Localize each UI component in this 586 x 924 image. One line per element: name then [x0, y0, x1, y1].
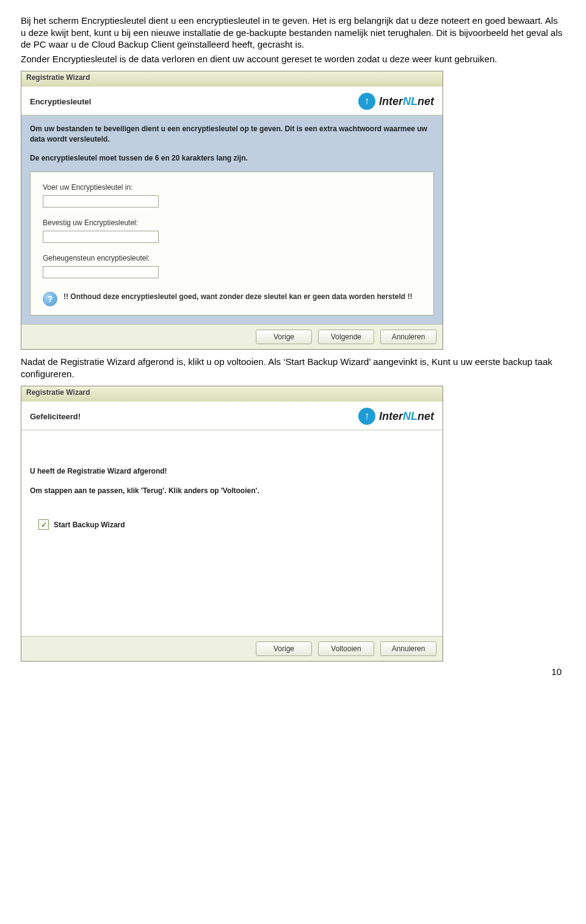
wizard-header-title: Encryptiesleutel	[30, 97, 91, 106]
next-button[interactable]: Volgende	[318, 330, 374, 344]
label-enter-key: Voer uw Encryptiesleutel in:	[43, 183, 421, 192]
brand-logo-icon: ↑	[358, 408, 375, 425]
logo-part-nl: NL	[403, 410, 418, 422]
doc-paragraph-3: Nadat de Registratie Wizard afgerond is,…	[21, 356, 565, 380]
help-icon: ?	[43, 292, 57, 306]
finish-line-2: Om stappen aan te passen, klik 'Terug'. …	[30, 486, 434, 495]
hint-row: ? !! Onthoud deze encryptiesleutel goed,…	[43, 289, 421, 312]
wizard-header: Encryptiesleutel ↑ InterNLnet	[21, 87, 443, 115]
form-panel: Voer uw Encryptiesleutel in: Bevestig uw…	[30, 171, 434, 316]
wizard-body: U heeft de Registratie Wizard afgerond! …	[21, 430, 443, 636]
logo-part-nl: NL	[403, 95, 418, 107]
start-backup-checkbox-row[interactable]: ✓ Start Backup Wizard	[38, 519, 434, 530]
prev-button[interactable]: Vorige	[256, 641, 312, 656]
cancel-button[interactable]: Annuleren	[380, 330, 436, 344]
finish-button[interactable]: Voltooien	[318, 641, 374, 656]
doc-paragraph-1: Bij het scherm Encryptiesleutel dient u …	[21, 15, 565, 51]
wizard-footer: Vorige Volgende Annuleren	[21, 324, 443, 349]
wizard-footer: Vorige Voltooien Annuleren	[21, 636, 443, 661]
wizard-body: Om uw bestanden te beveiligen dient u ee…	[21, 115, 443, 324]
brand-logo: ↑ InterNLnet	[358, 93, 434, 110]
input-hint-name[interactable]	[43, 266, 159, 278]
prev-button[interactable]: Vorige	[256, 330, 312, 344]
wizard-titlebar: Registratie Wizard	[21, 71, 443, 87]
label-confirm-key: Bevestig uw Encryptiesleutel:	[43, 218, 421, 227]
brand-logo-icon: ↑	[358, 93, 375, 110]
wizard-encryption-window: Registratie Wizard Encryptiesleutel ↑ In…	[21, 71, 443, 350]
finish-line-1: U heeft de Registratie Wizard afgerond!	[30, 467, 434, 475]
label-hint-name: Geheugensteun encryptiesleutel:	[43, 254, 421, 262]
wizard-header: Gefeliciteerd! ↑ InterNLnet	[21, 402, 443, 430]
intro-text-2: De encryptiesleutel moet tussen de 6 en …	[30, 153, 434, 164]
logo-part-inter: Inter	[379, 410, 403, 422]
hint-text: !! Onthoud deze encryptiesleutel goed, w…	[63, 292, 412, 302]
input-confirm-key[interactable]	[43, 231, 159, 243]
checkbox-icon[interactable]: ✓	[38, 519, 49, 530]
wizard-titlebar: Registratie Wizard	[21, 386, 443, 402]
brand-logo-text: InterNLnet	[379, 410, 434, 423]
page-number: 10	[21, 666, 565, 677]
brand-logo-text: InterNLnet	[379, 95, 434, 108]
intro-text-1: Om uw bestanden te beveiligen dient u ee…	[30, 124, 434, 145]
logo-part-net: net	[418, 410, 434, 422]
checkbox-label: Start Backup Wizard	[54, 521, 125, 529]
logo-part-net: net	[418, 95, 434, 107]
brand-logo: ↑ InterNLnet	[358, 408, 434, 425]
doc-paragraph-2: Zonder Encryptiesleutel is de data verlo…	[21, 53, 565, 65]
input-enter-key[interactable]	[43, 195, 159, 208]
wizard-finish-window: Registratie Wizard Gefeliciteerd! ↑ Inte…	[21, 386, 443, 662]
wizard-header-title: Gefeliciteerd!	[30, 412, 81, 421]
logo-part-inter: Inter	[379, 95, 403, 107]
cancel-button[interactable]: Annuleren	[380, 641, 436, 656]
